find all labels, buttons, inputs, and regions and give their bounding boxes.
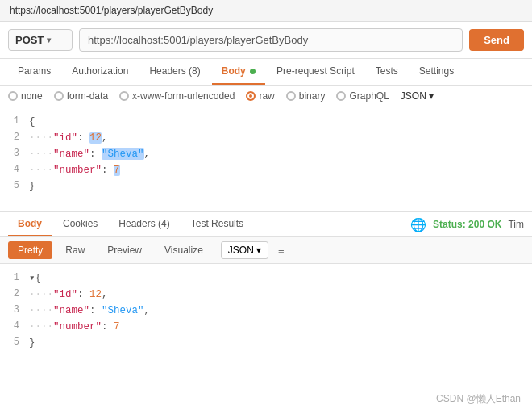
json-type-selector[interactable]: JSON ▾ <box>401 90 434 102</box>
body-options: none form-data x-www-form-urlencoded raw… <box>0 86 532 107</box>
tab-prerequest[interactable]: Pre-request Script <box>267 59 364 85</box>
tab-params[interactable]: Params <box>8 59 60 85</box>
watermark: CSDN @懒人Ethan <box>436 392 521 406</box>
url-input[interactable] <box>79 28 463 52</box>
line-num-3: 3 <box>0 146 29 161</box>
tab-body[interactable]: Body <box>212 59 265 85</box>
resp-line-num-3: 3 <box>0 303 29 318</box>
response-code-area: 1 ▾{ 2 ····"id": 12, 3 ····"name": "Shev… <box>0 264 532 358</box>
status-badge: Status: 200 OK <box>433 219 501 230</box>
req-line-5: 5 } <box>0 178 532 194</box>
url-bar: POST ▾ Send <box>0 22 532 59</box>
globe-icon: 🌐 <box>410 217 426 232</box>
option-binary[interactable]: binary <box>286 90 326 102</box>
tab-settings[interactable]: Settings <box>409 59 463 85</box>
option-raw[interactable]: raw <box>246 90 274 102</box>
resp-tab-cookies[interactable]: Cookies <box>53 212 107 236</box>
resp-line-num-1: 1 <box>0 270 29 286</box>
method-label: POST <box>15 34 44 46</box>
resp-line-num-4: 4 <box>0 319 29 334</box>
resp-line-num-2: 2 <box>0 286 29 302</box>
req-line-3: 3 ····"name": "Sheva", <box>0 146 532 162</box>
option-formdata[interactable]: form-data <box>54 90 108 102</box>
radio-none <box>8 91 18 101</box>
tab-headers[interactable]: Headers (8) <box>139 59 210 85</box>
send-button[interactable]: Send <box>469 29 524 51</box>
view-tab-visualize[interactable]: Visualize <box>155 241 213 259</box>
response-tabs: Body Cookies Headers (4) Test Results 🌐 … <box>0 212 532 237</box>
chevron-down-icon: ▾ <box>256 245 261 256</box>
req-line-1: 1 { <box>0 114 532 130</box>
req-line-4: 4 ····"number": 7 <box>0 162 532 178</box>
request-tabs: Params Authorization Headers (8) Body Pr… <box>0 59 532 86</box>
resp-tab-body[interactable]: Body <box>8 212 52 236</box>
req-line-2: 2 ····"id": 12, <box>0 130 532 146</box>
title-url: https://localhost:5001/players/playerGet… <box>10 5 213 16</box>
chevron-down-icon: ▾ <box>47 36 51 44</box>
resp-line-1: 1 ▾{ <box>0 270 532 286</box>
radio-formdata <box>54 91 64 101</box>
view-tab-preview[interactable]: Preview <box>98 241 152 259</box>
resp-line-2: 2 ····"id": 12, <box>0 286 532 303</box>
resp-line-num-5: 5 <box>0 335 29 350</box>
view-tab-pretty[interactable]: Pretty <box>8 241 52 259</box>
radio-binary <box>286 91 296 101</box>
time-label: Tim <box>508 219 524 230</box>
tab-authorization[interactable]: Authorization <box>62 59 138 85</box>
resp-tab-headers[interactable]: Headers (4) <box>109 212 179 236</box>
line-num-4: 4 <box>0 162 29 178</box>
option-urlencoded[interactable]: x-www-form-urlencoded <box>119 90 235 102</box>
view-tabs: Pretty Raw Preview Visualize JSON ▾ ≡ <box>0 237 532 264</box>
title-bar: https://localhost:5001/players/playerGet… <box>0 0 532 22</box>
request-code-editor[interactable]: 1 { 2 ····"id": 12, 3 ····"name": "Sheva… <box>0 107 532 212</box>
resp-line-3: 3 ····"name": "Sheva", <box>0 303 532 319</box>
line-num-1: 1 <box>0 114 29 129</box>
method-select[interactable]: POST ▾ <box>8 29 73 51</box>
radio-graphql <box>336 91 346 101</box>
line-num-5: 5 <box>0 178 29 194</box>
radio-urlencoded <box>119 91 129 101</box>
response-json-selector[interactable]: JSON ▾ <box>221 241 268 259</box>
resp-line-4: 4 ····"number": 7 <box>0 319 532 335</box>
view-tab-raw[interactable]: Raw <box>56 241 94 259</box>
status-area: 🌐 Status: 200 OK Tim <box>410 217 524 232</box>
resp-tab-testresults[interactable]: Test Results <box>181 212 253 236</box>
tab-tests[interactable]: Tests <box>366 59 408 85</box>
body-active-dot <box>250 69 256 74</box>
filter-icon[interactable]: ≡ <box>278 245 285 257</box>
chevron-down-icon: ▾ <box>429 90 434 102</box>
line-num-2: 2 <box>0 130 29 145</box>
radio-raw <box>246 91 256 101</box>
option-graphql[interactable]: GraphQL <box>336 90 389 102</box>
option-none[interactable]: none <box>8 90 43 102</box>
resp-line-5: 5 } <box>0 335 532 351</box>
